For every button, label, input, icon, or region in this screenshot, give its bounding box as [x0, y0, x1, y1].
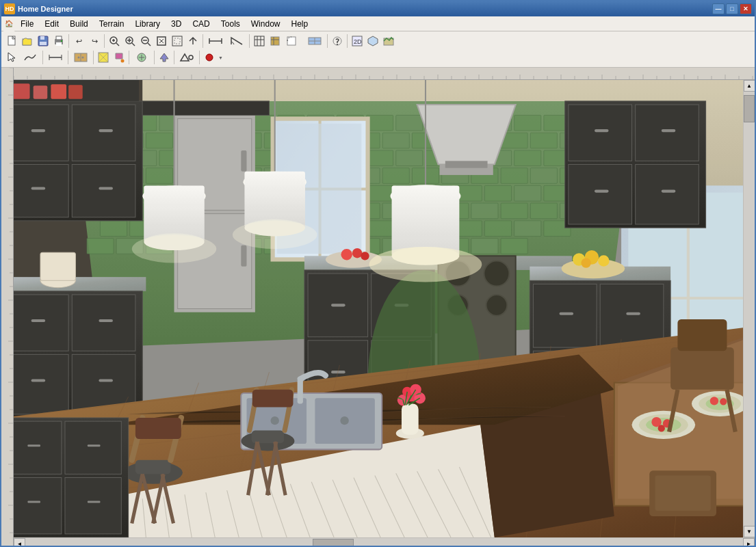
svg-rect-487	[14, 80, 743, 537]
redo-button[interactable]: ↪	[87, 34, 102, 49]
arrow-up-btn[interactable]	[157, 50, 172, 65]
menu-bar: 🏠 File Edit Build Terrain Library 3D CAD…	[1, 16, 755, 31]
close-button[interactable]: ✕	[740, 3, 752, 14]
zoom-prev-button[interactable]	[185, 34, 200, 49]
h-scroll-track[interactable]	[25, 538, 743, 547]
main-window: HD Home Designer — □ ✕ 🏠 File Edit Build…	[0, 0, 756, 547]
svg-point-8	[61, 40, 62, 42]
menu-terrain[interactable]: Terrain	[94, 18, 130, 30]
3d-viewport[interactable]	[14, 80, 743, 537]
app-menu-icon[interactable]: 🏠	[3, 16, 15, 31]
svg-point-50	[121, 59, 125, 63]
place-fixture-btn[interactable]	[131, 50, 152, 65]
poly-select-tool[interactable]	[20, 50, 40, 65]
svg-rect-26	[255, 36, 264, 46]
horizontal-ruler	[14, 68, 755, 80]
svg-rect-21	[172, 36, 182, 46]
2d-view-btn[interactable]: 2D	[350, 34, 365, 49]
symbol-btn[interactable]	[330, 34, 345, 49]
svg-rect-7	[56, 42, 62, 46]
menu-3d[interactable]: 3D	[166, 18, 187, 30]
window-obj-btn[interactable]	[304, 34, 325, 49]
content-area: ▲ ▼ ◄ ►	[1, 68, 755, 547]
scroll-down-button[interactable]: ▼	[744, 526, 755, 537]
framing-btn[interactable]	[252, 34, 267, 49]
horizontal-scrollbar[interactable]: ◄ ►	[14, 537, 755, 547]
title-bar: HD Home Designer — □ ✕	[1, 1, 755, 16]
paint-bucket-btn[interactable]	[112, 50, 127, 65]
open-button[interactable]	[20, 34, 35, 49]
zoom-out-button[interactable]	[138, 34, 153, 49]
svg-point-48	[82, 57, 84, 59]
scroll-thumb[interactable]	[744, 95, 755, 122]
menu-library[interactable]: Library	[129, 18, 166, 30]
scroll-up-button[interactable]: ▲	[744, 80, 755, 92]
vertical-scrollbar[interactable]: ▲ ▼	[743, 80, 755, 537]
menu-file[interactable]: File	[15, 18, 39, 30]
cabinet-tool[interactable]	[70, 50, 91, 65]
menu-tools[interactable]: Tools	[216, 18, 246, 30]
scene-and-scrollbar: ▲ ▼	[14, 80, 755, 537]
menu-edit[interactable]: Edit	[39, 18, 64, 30]
svg-rect-22	[174, 38, 180, 44]
menu-build[interactable]: Build	[64, 18, 94, 30]
kitchen-scene-svg	[14, 80, 743, 537]
svg-rect-92	[14, 68, 755, 80]
svg-point-38	[337, 44, 338, 45]
svg-point-47	[78, 57, 80, 59]
canvas-container: ▲ ▼ ◄ ►	[14, 68, 755, 547]
svg-point-55	[206, 54, 213, 61]
record-btn[interactable]	[202, 50, 217, 65]
elevation-btn[interactable]	[381, 34, 396, 49]
title-bar-controls: — □ ✕	[712, 3, 752, 14]
menu-cad[interactable]: CAD	[187, 18, 215, 30]
stairs-btn[interactable]	[268, 34, 283, 49]
scroll-right-button[interactable]: ►	[743, 538, 755, 548]
new-button[interactable]	[4, 34, 19, 49]
dimension-tool[interactable]	[45, 50, 66, 65]
wall-angle-btn[interactable]	[226, 34, 247, 49]
zoom-in-button[interactable]	[122, 34, 138, 49]
select-tool[interactable]	[4, 50, 19, 65]
undo-button[interactable]: ↩	[71, 34, 86, 49]
svg-rect-6	[56, 36, 62, 40]
print-button[interactable]	[51, 34, 66, 49]
svg-rect-56	[1, 68, 14, 546]
menu-help[interactable]: Help	[285, 18, 313, 30]
minimize-button[interactable]: —	[712, 3, 725, 14]
door-btn[interactable]	[283, 34, 304, 49]
transform-btn[interactable]	[177, 50, 197, 65]
window-title: Home Designer	[18, 5, 712, 13]
h-scroll-thumb[interactable]	[313, 539, 354, 547]
save-button[interactable]	[36, 34, 51, 49]
maximize-button[interactable]: □	[726, 3, 738, 14]
toolbar-row1: ↩ ↪	[1, 31, 755, 68]
3d-view-btn[interactable]	[365, 34, 380, 49]
wall-length-btn[interactable]	[205, 34, 226, 49]
svg-point-54	[189, 55, 193, 59]
scroll-track[interactable]	[744, 92, 755, 526]
record-dropdown-arrow[interactable]: ▼	[218, 55, 223, 60]
svg-rect-30	[271, 37, 279, 45]
svg-text:2D: 2D	[354, 38, 362, 45]
material-paint-btn[interactable]	[96, 50, 111, 65]
fill-window-button[interactable]	[154, 34, 169, 49]
app-icon: HD	[4, 3, 15, 14]
svg-line-14	[132, 43, 135, 46]
svg-line-18	[148, 43, 151, 46]
undo-zoom-button[interactable]	[170, 34, 185, 49]
svg-rect-3	[40, 36, 44, 40]
svg-rect-4	[40, 42, 47, 45]
zoom-region-button[interactable]	[107, 34, 122, 49]
vertical-ruler	[1, 68, 14, 547]
svg-line-10	[116, 43, 119, 46]
menu-window[interactable]: Window	[246, 18, 286, 30]
scroll-left-button[interactable]: ◄	[14, 538, 25, 548]
